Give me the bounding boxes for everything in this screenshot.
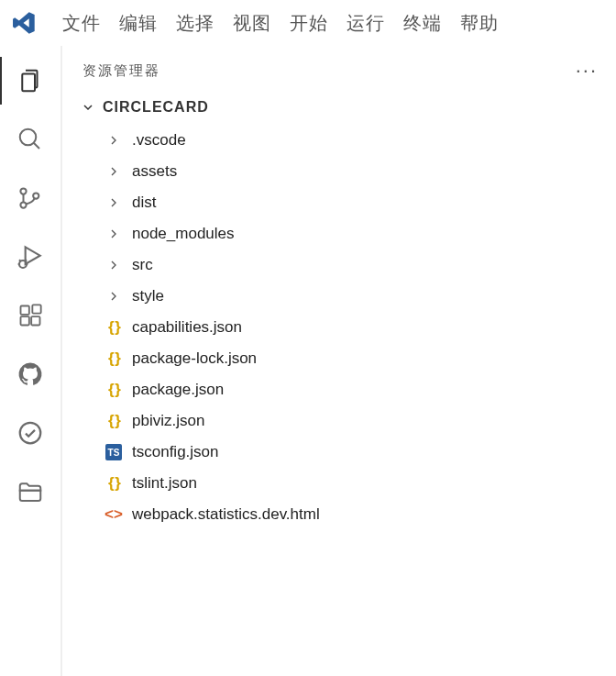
file-label: pbiviz.json (132, 412, 204, 430)
folder-label: node_modules (132, 225, 235, 243)
github-icon[interactable] (14, 358, 47, 391)
file-label: tsconfig.json (132, 443, 219, 461)
json-file-icon: { } (104, 474, 123, 493)
file-row[interactable]: { }tslint.json (92, 468, 616, 499)
svg-marker-5 (26, 247, 40, 264)
menu-selection[interactable]: 选择 (169, 7, 222, 39)
svg-rect-12 (21, 316, 29, 325)
run-debug-icon[interactable] (14, 240, 47, 273)
svg-point-4 (33, 193, 38, 198)
chevron-right-icon (104, 256, 123, 274)
file-tree: .vscodeassetsdistnode_modulessrcstyle{ }… (62, 125, 616, 530)
chevron-right-icon (104, 131, 123, 150)
source-control-icon[interactable] (14, 182, 47, 215)
workspace-section-header[interactable]: CIRCLECARD (62, 90, 616, 125)
file-label: tslint.json (132, 474, 197, 493)
svg-rect-11 (21, 306, 29, 315)
menu-go[interactable]: 开始 (282, 7, 336, 39)
json-file-icon: { } (104, 381, 123, 399)
sidebar-header: 资源管理器 ··· (62, 46, 616, 90)
file-row[interactable]: { }package-lock.json (92, 343, 616, 374)
folder-label: src (132, 256, 153, 274)
chevron-right-icon (104, 287, 123, 305)
activity-bar (0, 46, 62, 676)
folder-row[interactable]: style (92, 281, 616, 312)
folder-row[interactable]: src (92, 249, 616, 281)
file-row[interactable]: { }capabilities.json (92, 312, 616, 343)
folder-row[interactable]: dist (92, 187, 616, 218)
html-file-icon: <> (104, 505, 123, 524)
file-label: package.json (132, 381, 224, 399)
folder-row[interactable]: assets (92, 156, 616, 187)
svg-line-9 (19, 260, 20, 260)
menu-edit[interactable]: 编辑 (112, 7, 165, 39)
menu-view[interactable]: 视图 (226, 7, 279, 39)
file-row[interactable]: { }pbiviz.json (92, 405, 616, 437)
file-row[interactable]: TStsconfig.json (92, 437, 616, 468)
menu-help[interactable]: 帮助 (453, 7, 506, 39)
svg-line-10 (26, 260, 27, 260)
workspace-name: CIRCLECARD (103, 99, 209, 116)
more-actions-icon[interactable]: ··· (576, 59, 598, 83)
chevron-right-icon (104, 194, 123, 212)
json-file-icon: { } (104, 349, 123, 368)
json-file-icon: { } (104, 318, 123, 337)
file-label: webpack.statistics.dev.html (132, 505, 320, 524)
svg-rect-14 (32, 305, 40, 313)
folder-row[interactable]: .vscode (92, 125, 616, 156)
folder-label: .vscode (132, 131, 186, 150)
file-row[interactable]: { }package.json (92, 374, 616, 405)
sidebar-title: 资源管理器 (82, 62, 160, 80)
extensions-icon[interactable] (14, 299, 47, 332)
svg-line-1 (34, 143, 39, 149)
svg-point-0 (20, 129, 37, 146)
svg-point-15 (20, 423, 41, 444)
menubar: 文件 编辑 选择 视图 开始 运行 终端 帮助 (0, 0, 616, 46)
folder-icon[interactable] (14, 475, 47, 508)
folder-row[interactable]: node_modules (92, 218, 616, 249)
folder-label: dist (132, 194, 156, 212)
json-file-icon: { } (104, 412, 123, 430)
menu-run[interactable]: 运行 (339, 7, 392, 39)
file-label: package-lock.json (132, 349, 257, 368)
folder-label: assets (132, 162, 177, 181)
svg-point-2 (20, 188, 26, 194)
svg-point-3 (20, 202, 26, 207)
chevron-down-icon (81, 100, 95, 115)
file-label: capabilities.json (132, 318, 242, 337)
chevron-right-icon (104, 225, 123, 243)
chevron-right-icon (104, 162, 123, 181)
file-row[interactable]: <>webpack.statistics.dev.html (92, 499, 616, 530)
search-icon[interactable] (14, 123, 47, 156)
test-icon[interactable] (14, 416, 47, 449)
menu-file[interactable]: 文件 (55, 7, 108, 39)
explorer-sidebar: 资源管理器 ··· CIRCLECARD .vscodeassetsdistno… (62, 46, 616, 676)
ts-file-icon: TS (104, 443, 123, 461)
explorer-icon[interactable] (14, 64, 47, 97)
svg-rect-13 (31, 316, 39, 325)
folder-label: style (132, 287, 164, 305)
menu-terminal[interactable]: 终端 (396, 7, 449, 39)
vscode-logo-icon (11, 10, 37, 36)
